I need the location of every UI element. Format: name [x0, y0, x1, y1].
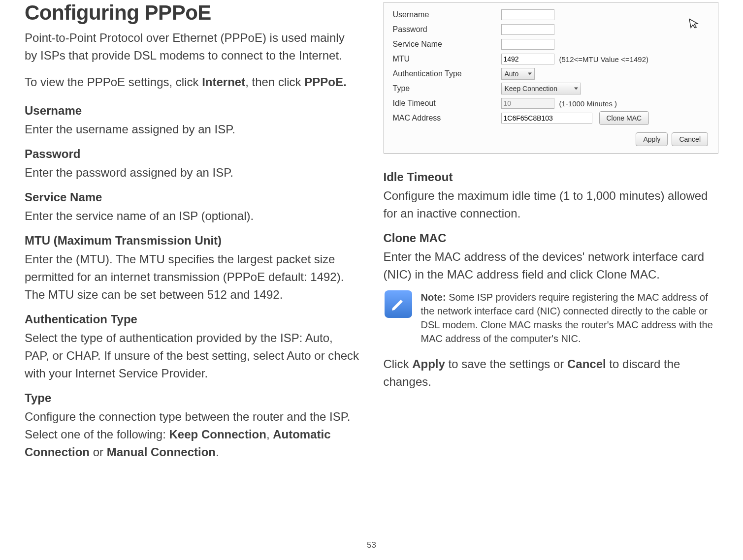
label-mac-address: MAC Address	[393, 114, 501, 122]
label-service-name: Service Name	[393, 40, 501, 48]
cancel-button[interactable]: Cancel	[672, 132, 708, 146]
apply-cancel-instruction: Click Apply to save the settings or Canc…	[384, 355, 719, 391]
apply-button[interactable]: Apply	[636, 132, 668, 146]
auth-type-select[interactable]: Auto	[501, 68, 535, 80]
label-idle-timeout: Idle Timeout	[393, 99, 501, 107]
label-type: Type	[393, 85, 501, 93]
body-auth-type: Select the type of authentication provid…	[25, 329, 360, 382]
heading-mtu: MTU (Maximum Transmission Unit)	[25, 232, 360, 249]
body-clone-mac: Enter the MAC address of the devices' ne…	[384, 248, 719, 283]
mtu-hint: (512<=MTU Value <=1492)	[559, 56, 649, 63]
clone-mac-button[interactable]: Clone MAC	[599, 111, 649, 125]
body-service-name: Enter the service name of an ISP (option…	[25, 207, 360, 225]
pppoe-settings-panel: Username Password Service Name MTU (512<…	[384, 2, 719, 154]
heading-auth-type: Authentication Type	[25, 311, 360, 328]
heading-idle-timeout: Idle Timeout	[384, 168, 719, 186]
body-password: Enter the password assigned by an ISP.	[25, 164, 360, 182]
heading-service-name: Service Name	[25, 188, 360, 206]
label-username: Username	[393, 11, 501, 19]
heading-type: Type	[25, 389, 360, 407]
label-auth-type: Authentication Type	[393, 70, 501, 78]
username-input[interactable]	[501, 9, 554, 20]
service-name-input[interactable]	[501, 39, 554, 50]
nav-instruction: To view the PPPoE settings, click Intern…	[25, 73, 360, 91]
idle-timeout-input[interactable]	[501, 98, 554, 109]
mtu-input[interactable]	[501, 54, 554, 64]
note-icon	[385, 290, 412, 318]
body-mtu: Enter the (MTU). The MTU specifies the l…	[25, 250, 360, 304]
page-title: Configuring PPPoE	[25, 0, 360, 28]
idle-timeout-hint: (1-1000 Minutes )	[559, 100, 617, 107]
page-number: 53	[367, 539, 376, 552]
label-password: Password	[393, 26, 501, 33]
note-block: Note: Some ISP providers require registe…	[385, 290, 719, 345]
label-mtu: MTU	[393, 55, 501, 63]
note-text: Note: Some ISP providers require registe…	[421, 290, 719, 345]
type-select[interactable]: Keep Connection	[501, 83, 581, 94]
body-idle-timeout: Configure the maximum idle time (1 to 1,…	[384, 187, 719, 222]
body-type: Configure the connection type between th…	[25, 408, 360, 461]
intro-text: Point-to-Point Protocol over Ethernet (P…	[25, 29, 360, 64]
heading-clone-mac: Clone MAC	[384, 229, 719, 247]
body-username: Enter the username assigned by an ISP.	[25, 121, 360, 138]
password-input[interactable]	[501, 24, 554, 35]
mac-address-input[interactable]	[501, 113, 592, 124]
heading-username: Username	[25, 102, 360, 120]
heading-password: Password	[25, 145, 360, 163]
